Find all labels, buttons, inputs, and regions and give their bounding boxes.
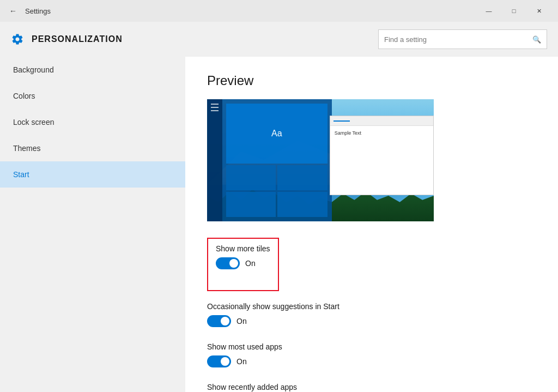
header: PERSONALIZATION 🔍: [0, 22, 558, 57]
toggle-row-show-suggestions: On: [207, 315, 536, 327]
preview-tiles: Aa: [226, 104, 327, 217]
toggle-row-show-most-used: On: [207, 355, 536, 367]
preview-dialog-line: [333, 120, 350, 122]
titlebar-controls: — □ ✕: [476, 2, 551, 20]
setting-show-more-tiles-highlighted: Show more tiles On: [207, 238, 279, 291]
preview-tile-small-2: [277, 165, 327, 190]
sidebar-item-colors[interactable]: Colors: [0, 83, 185, 109]
setting-show-most-used: Show most used apps On: [207, 342, 536, 367]
show-suggestions-toggle[interactable]: [207, 315, 231, 327]
preview-tile-small-3: [226, 192, 276, 217]
preview-dialog-bar: [330, 116, 433, 126]
show-suggestions-state: On: [236, 317, 247, 325]
preview-tile-small-4: [277, 192, 327, 217]
preview-tile-large: Aa: [226, 104, 327, 164]
preview-tile-small-1: [226, 165, 276, 190]
preview-sidebar-line: [211, 104, 219, 105]
header-brand: PERSONALIZATION: [11, 33, 123, 46]
toggle-row-show-more-tiles: On: [216, 257, 270, 269]
titlebar-left: ← Settings: [7, 4, 51, 17]
sidebar: Background Colors Lock screen Themes Sta…: [0, 57, 185, 392]
preview-start-menu: Aa: [207, 99, 332, 221]
close-button[interactable]: ✕: [526, 2, 551, 20]
back-button[interactable]: ←: [7, 4, 20, 17]
sidebar-item-label: Themes: [13, 144, 41, 153]
show-more-tiles-toggle[interactable]: [216, 257, 240, 269]
main-panel: Preview Aa: [185, 57, 558, 392]
setting-show-most-used-label: Show most used apps: [207, 342, 536, 351]
preview-sidebar-line: [211, 110, 219, 111]
preview-start-sidebar: [207, 99, 222, 221]
sidebar-item-label: Background: [13, 65, 54, 74]
header-title: PERSONALIZATION: [32, 34, 123, 44]
content-area: Background Colors Lock screen Themes Sta…: [0, 57, 558, 392]
search-input[interactable]: [384, 35, 532, 44]
maximize-button[interactable]: □: [501, 2, 526, 20]
sidebar-item-start[interactable]: Start: [0, 161, 185, 188]
setting-show-recently-added-label: Show recently added apps: [207, 383, 536, 391]
titlebar: ← Settings — □ ✕: [0, 0, 558, 22]
show-more-tiles-state: On: [245, 259, 256, 268]
show-most-used-state: On: [236, 357, 247, 366]
preview-dialog: Sample Text: [330, 116, 434, 195]
setting-show-more-tiles-label: Show more tiles: [216, 244, 270, 253]
sidebar-item-label: Colors: [13, 92, 35, 100]
setting-show-more-tiles: Show more tiles On: [216, 244, 270, 269]
sidebar-item-label: Start: [13, 170, 29, 179]
preview-image: Aa Sample Text: [207, 99, 434, 221]
search-icon: 🔍: [532, 35, 541, 44]
titlebar-title: Settings: [25, 7, 51, 15]
settings-window: ← Settings — □ ✕ PERSONALIZATION 🔍 Backg…: [0, 0, 558, 392]
sidebar-item-background[interactable]: Background: [0, 57, 185, 83]
sidebar-item-label: Lock screen: [13, 118, 54, 126]
setting-show-recently-added: Show recently added apps On: [207, 383, 536, 392]
preview-dialog-content: Sample Text: [330, 126, 433, 140]
setting-show-suggestions: Occasionally show suggestions in Start O…: [207, 302, 536, 327]
show-most-used-toggle[interactable]: [207, 355, 231, 367]
sidebar-item-lock-screen[interactable]: Lock screen: [0, 109, 185, 135]
section-title: Preview: [207, 73, 536, 88]
minimize-button[interactable]: —: [476, 2, 501, 20]
search-box[interactable]: 🔍: [378, 29, 547, 49]
sidebar-item-themes[interactable]: Themes: [0, 135, 185, 161]
gear-icon: [11, 33, 24, 46]
setting-show-suggestions-label: Occasionally show suggestions in Start: [207, 302, 536, 311]
preview-sidebar-line: [211, 107, 219, 108]
